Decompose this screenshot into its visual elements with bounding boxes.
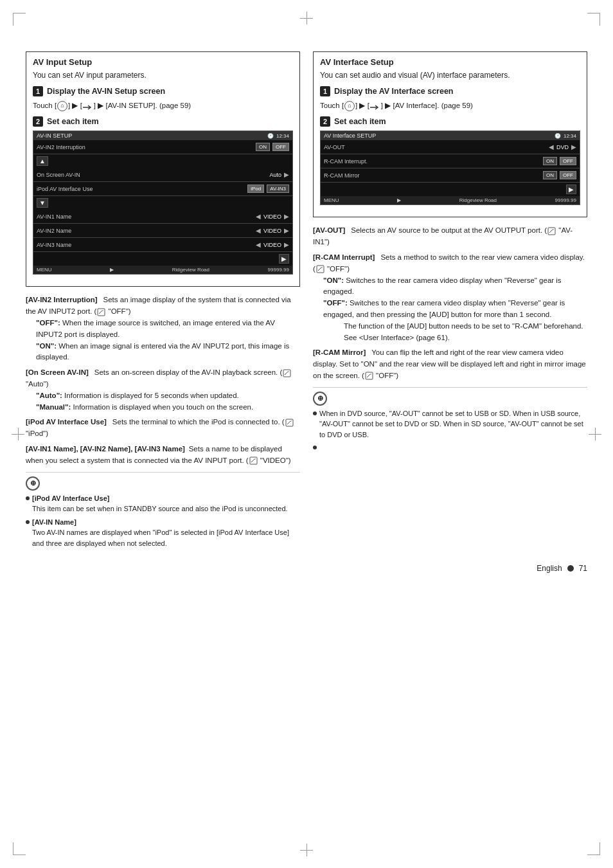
edit-icon-3 (285, 419, 294, 427)
svg-rect-17 (317, 266, 324, 273)
term-ipod-av: [iPod AV Interface Use] (26, 418, 107, 426)
step1-header-right: 1 Display the AV Interface screen (320, 86, 580, 96)
nav-up-left[interactable]: ▲ (37, 156, 48, 166)
on-btn-rcam-mirror[interactable]: ON (543, 171, 557, 179)
svg-line-15 (549, 230, 553, 233)
avin2-interrupt-value: ON OFF (256, 143, 289, 151)
svg-marker-16 (553, 229, 554, 230)
desc-onscreen-avin: [On Screen AV-IN] Sets an on-screen disp… (26, 367, 300, 413)
svg-rect-20 (366, 372, 373, 379)
term-off-avin2: "OFF": (36, 319, 60, 327)
sub-manual: "Manual": Information is displayed when … (26, 402, 300, 413)
screen-header-left: AV-IN SETUP 🕐 12:34 (33, 131, 292, 140)
off-btn-rcam[interactable]: OFF (560, 157, 576, 165)
desc-ipod-av: [iPod AV Interface Use] Sets the termina… (26, 417, 300, 440)
on-btn-avin2[interactable]: ON (256, 143, 270, 151)
avout-label: AV-OUT (324, 144, 549, 150)
avout-arrow-right[interactable]: ▶ (571, 143, 576, 150)
note-row-icon-right: ⊕ (313, 392, 587, 406)
step1-header-left: 1 Display the AV-IN Setup screen (33, 86, 293, 96)
screen-header-right: AV Interface SETUP 🕐 12:34 (321, 131, 580, 140)
screen-row-avin2-interrupt: AV-IN2 Interruption ON OFF (33, 140, 292, 154)
av-interface-setup-screen: AV Interface SETUP 🕐 12:34 AV-OUT ◀ DVD … (320, 131, 580, 205)
avin2-name-label: AV-IN2 Name (37, 228, 256, 234)
avin3-arrow-right[interactable]: ▶ (284, 241, 289, 248)
step1-label-left: Display the AV-IN Setup screen (47, 87, 165, 96)
corner-bl (13, 842, 26, 855)
avin2-arrow-left[interactable]: ◀ (256, 227, 261, 234)
nav-down-left[interactable]: ▼ (37, 198, 48, 208)
sub-avin2-off: "OFF": When the image source is switched… (26, 318, 300, 341)
corner-br (587, 842, 600, 855)
road-name-right: Ridgeview Road (459, 197, 497, 203)
avin1-arrow-left[interactable]: ◀ (256, 213, 261, 220)
svg-rect-4 (283, 370, 290, 377)
nav-arrow-row-right: ▶ (321, 183, 580, 196)
bullet-1-left (26, 496, 30, 500)
desc-avout: [AV-OUT] Selects an AV source to be outp… (313, 225, 587, 248)
corner-tr (587, 13, 600, 26)
avout-value: ◀ DVD ▶ (549, 143, 576, 150)
right-descriptions: [AV-OUT] Selects an AV source to be outp… (313, 225, 587, 382)
screen-row-avin2-name: AV-IN2 Name ◀ VIDEO ▶ (33, 224, 292, 238)
avin3-btn[interactable]: AV-IN3 (267, 185, 289, 193)
onscreen-value: Auto ▶ (269, 171, 289, 178)
av-input-setup-intro: You can set AV input parameters. (33, 71, 293, 80)
screen-footer-left: MENU ▶ Ridgeview Road 99999.99 (33, 266, 292, 274)
off-btn-rcam-mirror[interactable]: OFF (560, 171, 576, 179)
menu-label-right: MENU (324, 197, 339, 203)
ipod-btn[interactable]: iPod (247, 185, 264, 193)
avin3-arrow-left[interactable]: ◀ (256, 241, 261, 248)
time-right: 12:34 (564, 133, 576, 139)
avin1-arrow-right[interactable]: ▶ (284, 213, 289, 220)
cross-bottom (300, 844, 313, 856)
on-btn-rcam[interactable]: ON (543, 157, 557, 165)
off-btn-avin2[interactable]: OFF (272, 143, 289, 151)
note-row-icon-left: ⊕ (26, 476, 300, 491)
sub-auto: "Auto": Information is displayed for 5 s… (26, 390, 300, 402)
svg-line-18 (318, 267, 321, 271)
desc-avin-names: [AV-IN1 Name], [AV-IN2 Name], [AV-IN3 Na… (26, 444, 300, 467)
svg-marker-12 (254, 458, 256, 460)
ipod-label: iPod AV Interface Use (37, 186, 247, 192)
notes-left: ⊕ [iPod AV Interface Use] This item can … (26, 472, 300, 549)
avout-arrow-left[interactable]: ◀ (549, 143, 554, 150)
onscreen-arrow[interactable]: ▶ (284, 171, 289, 178)
term-avin2-interrupt: [AV-IN2 Interruption] (26, 296, 98, 303)
desc-avin2-interrupt: [AV-IN2 Interruption] Sets an image disp… (26, 294, 300, 363)
screen-row-rcam-interrupt: R-CAM Interrupt. ON OFF (321, 154, 580, 168)
rcam-mirror-label: R-CAM Mirror (324, 172, 543, 179)
road-name-left: Ridgeview Road (172, 267, 209, 273)
avin3-name-value: ◀ VIDEO ▶ (256, 241, 289, 248)
note-2-right (313, 442, 587, 449)
avin2-name-value: ◀ VIDEO ▶ (256, 227, 289, 234)
menu-label-left: MENU (37, 267, 52, 273)
nav-right-left[interactable]: ▶ (279, 254, 289, 264)
page-footer: English 71 (26, 564, 587, 573)
screen-row-avin3-name: AV-IN3 Name ◀ VIDEO ▶ (33, 238, 292, 252)
svg-marker-3 (102, 310, 103, 311)
step2-label-right: Set each item (334, 117, 386, 126)
step1-touch-right: Touch [⌂] ▶ [] ▶ [AV Interface]. (page 5… (320, 100, 580, 111)
bullet-2-left (26, 520, 30, 524)
avin2-arrow-right[interactable]: ▶ (284, 227, 289, 234)
screen-row-rcam-mirror: R-CAM Mirror ON OFF (321, 168, 580, 183)
text-avout: Selects an AV source to be output at the… (313, 226, 573, 246)
nav-icon-right: ▶ (397, 197, 401, 203)
av-input-setup-section: AV Input Setup You can set AV input para… (26, 51, 300, 287)
page-circle (567, 565, 574, 572)
clock-icon-left: 🕐 (267, 133, 274, 139)
rcam-mirror-value: ON OFF (543, 171, 576, 179)
svg-line-8 (287, 421, 290, 424)
nav-right-right[interactable]: ▶ (566, 185, 576, 194)
svg-marker-9 (290, 420, 292, 422)
screen-title-right: AV Interface SETUP (324, 132, 376, 139)
edit-icon-1 (97, 308, 105, 316)
screen-row-avin1-name: AV-IN1 Name ◀ VIDEO ▶ (33, 210, 292, 224)
home-icon-right: ⌂ (344, 101, 355, 111)
svg-rect-1 (98, 309, 105, 316)
svg-line-21 (367, 374, 370, 377)
main-content: AV Input Setup You can set AV input para… (26, 51, 587, 551)
svg-rect-14 (548, 228, 555, 235)
note-text-1-right: When in DVD source, "AV-OUT" cannot be s… (319, 408, 587, 440)
